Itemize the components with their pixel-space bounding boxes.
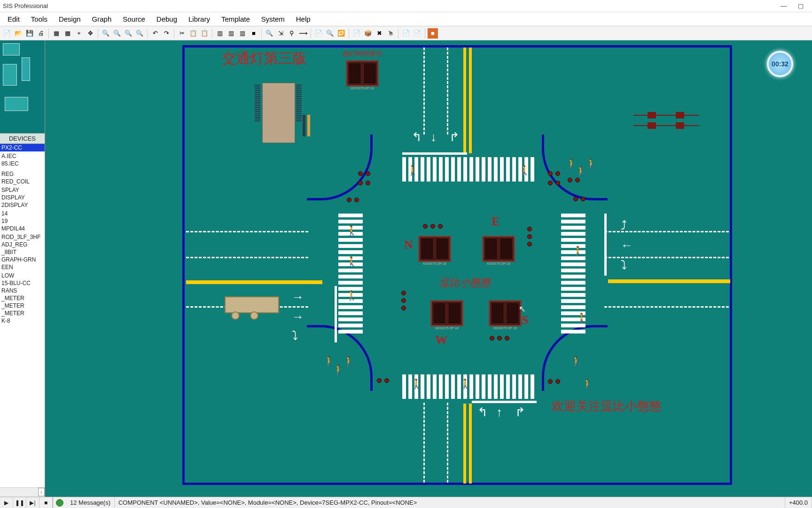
block-delete-icon[interactable]: ■	[249, 28, 259, 39]
block-rotate-icon[interactable]: ▥	[237, 28, 248, 39]
undo-icon[interactable]: ↶	[150, 28, 160, 39]
device-item[interactable]: ROD_3LF_3HF	[0, 233, 45, 241]
device-item[interactable]: A.IEC	[0, 152, 45, 160]
device-item[interactable]: _8BIT	[0, 248, 45, 256]
sim-play-button[interactable]: ▶	[0, 497, 13, 508]
scroll-right-icon[interactable]: ›	[38, 488, 45, 496]
menu-debug[interactable]: Debug	[151, 13, 183, 25]
zoom-area-icon[interactable]: 🔍	[134, 28, 145, 39]
device-item[interactable]: RED_COIL	[0, 178, 45, 185]
package-icon[interactable]: 📦	[363, 28, 373, 39]
pedestrian-icon: 🚶	[460, 378, 471, 389]
arrow-icon: ↱	[515, 405, 525, 420]
search-tag-icon[interactable]: ⚲	[287, 28, 297, 39]
sim-step-button[interactable]: ▶|	[26, 497, 39, 508]
trace-icon[interactable]: ⟿	[298, 28, 308, 39]
device-item[interactable]: _METER	[0, 294, 45, 302]
sim-stop-button[interactable]: ■	[39, 497, 53, 508]
device-item[interactable]: MPDIL44	[0, 225, 45, 232]
title-bar: SIS Professional — ▢	[0, 0, 812, 12]
device-item[interactable]: PX2-CC	[0, 144, 45, 151]
pedestrian-icon: 🚶	[576, 312, 588, 324]
overview-preview[interactable]	[0, 40, 45, 134]
device-item[interactable]: DISPLAY	[0, 194, 45, 201]
decompose-icon[interactable]: ✖	[374, 28, 384, 39]
paste-icon[interactable]: 📋	[199, 28, 210, 39]
device-item[interactable]: 15-BLU-CC	[0, 279, 45, 287]
menu-library[interactable]: Library	[183, 13, 216, 25]
menu-source[interactable]: Source	[117, 13, 151, 25]
device-item[interactable]: 14	[0, 210, 45, 217]
create-icon[interactable]: 📄	[351, 28, 362, 39]
new-icon[interactable]: 📄	[2, 28, 12, 39]
message-indicator-icon[interactable]	[56, 499, 63, 507]
label-n: N	[404, 238, 413, 252]
device-item[interactable]: RANS	[0, 287, 45, 294]
replace-icon[interactable]: 🔁	[336, 28, 346, 39]
ares-icon[interactable]: ■	[428, 28, 438, 39]
open-icon[interactable]: 📂	[13, 28, 23, 39]
menu-help[interactable]: Help	[290, 13, 316, 25]
grid-icon[interactable]: ▦	[62, 28, 73, 39]
device-scroll[interactable]: ›	[0, 487, 45, 497]
pick-icon[interactable]: 🖱	[385, 28, 396, 39]
origin-icon[interactable]: +	[74, 28, 84, 39]
seg7-display-n: MCKE75 DP 18	[418, 236, 451, 262]
lights	[548, 181, 560, 185]
save-icon[interactable]: 💾	[24, 28, 35, 39]
menu-system[interactable]: System	[256, 13, 290, 25]
design-canvas[interactable]: ↰ ↓ ↱ ↰ ↑ ↱ → → ⤵ ⤴ ← ⤵ MCKE75 DP 18 MCK…	[45, 40, 812, 497]
sim-pause-button[interactable]: ❚❚	[13, 497, 26, 508]
region-icon[interactable]: ▦	[51, 28, 62, 39]
wire-repair-icon[interactable]: ⇲	[275, 28, 286, 39]
copy-icon[interactable]: 📋	[188, 28, 198, 39]
timer-badge: 00:32	[767, 51, 793, 77]
zoom-sheet-icon[interactable]: 🔍	[264, 28, 274, 39]
device-item[interactable]: LOW	[0, 272, 45, 279]
device-item[interactable]: 85.IEC	[0, 160, 45, 167]
block-copy-icon[interactable]: ▥	[215, 28, 225, 39]
zoom-in-icon[interactable]: 🔍	[101, 28, 111, 39]
redo-icon[interactable]: ↷	[161, 28, 172, 39]
menu-template[interactable]: Template	[216, 13, 256, 25]
truck-icon	[225, 296, 279, 313]
find-icon[interactable]: 🔍	[325, 28, 335, 39]
zoom-all-icon[interactable]: 🔍	[123, 28, 133, 39]
device-item[interactable]: SPLAY	[0, 186, 45, 194]
block-move-icon[interactable]: ▥	[226, 28, 236, 39]
lights	[568, 178, 580, 183]
print-icon[interactable]: 🖨	[36, 28, 46, 39]
device-item[interactable]: EEN	[0, 263, 45, 271]
pan-icon[interactable]: ✥	[85, 28, 95, 39]
menu-edit[interactable]: Edit	[2, 13, 25, 25]
design-title: 交通灯第三版	[222, 49, 306, 68]
status-messages[interactable]: 12 Message(s)	[66, 497, 115, 508]
erc-icon[interactable]: 📄	[412, 28, 422, 39]
zoom-out-icon[interactable]: 🔍	[112, 28, 122, 39]
cut-icon[interactable]: ✂	[177, 28, 187, 39]
device-list[interactable]: PX2-CCA.IEC85.IECREGRED_COILSPLAYDISPLAY…	[0, 144, 45, 487]
device-item[interactable]: GRAPH-GRN	[0, 256, 45, 263]
seg7-display-e: MCKE75 DP 18	[482, 236, 515, 262]
device-item[interactable]: 19	[0, 217, 45, 225]
lights	[347, 198, 359, 202]
device-item[interactable]: REG	[0, 170, 45, 178]
bom-icon[interactable]: 📄	[401, 28, 411, 39]
mcu-chip[interactable]	[262, 83, 295, 143]
device-item[interactable]: _METER	[0, 310, 45, 317]
arrow-icon: →	[292, 290, 304, 304]
component-cluster[interactable]	[633, 111, 699, 139]
device-item[interactable]: ADJ_REG	[0, 241, 45, 248]
minimize-button[interactable]: —	[775, 1, 792, 11]
device-item[interactable]: K-8	[0, 317, 45, 325]
netlist-icon[interactable]: 📄	[313, 28, 324, 39]
seg7-display-timer: MCKE75 DP 18	[346, 60, 379, 87]
maximize-button[interactable]: ▢	[792, 1, 809, 11]
menu-tools[interactable]: Tools	[25, 13, 53, 25]
timer-caption: 曲行时间显示	[343, 50, 383, 58]
device-item[interactable]: 2DISPLAY	[0, 201, 45, 209]
device-item[interactable]: _METER	[0, 302, 45, 310]
label-s: S	[522, 313, 528, 327]
menu-graph[interactable]: Graph	[86, 13, 117, 25]
menu-design[interactable]: Design	[53, 13, 86, 25]
